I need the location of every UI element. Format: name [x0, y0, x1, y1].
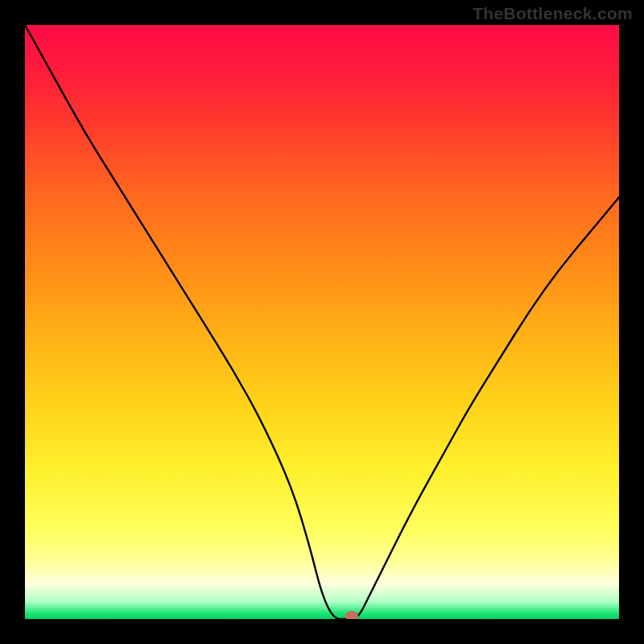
minimum-marker	[345, 611, 358, 619]
chart-frame: TheBottleneck.com	[0, 0, 644, 644]
curve-line	[25, 25, 619, 619]
plot-area	[25, 25, 619, 619]
watermark-text: TheBottleneck.com	[473, 4, 633, 23]
chart-svg	[25, 25, 619, 619]
